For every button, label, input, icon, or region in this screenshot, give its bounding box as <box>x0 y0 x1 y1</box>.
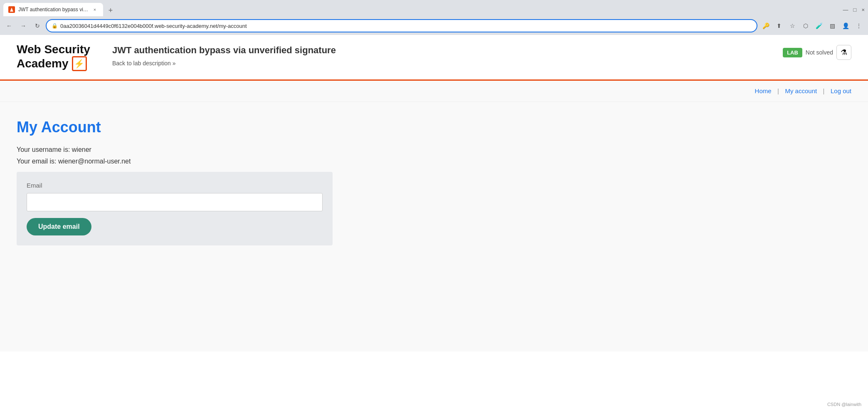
username-text: Your username is: wiener <box>17 146 851 154</box>
nav-log-out-link[interactable]: Log out <box>831 87 851 94</box>
tab-favicon <box>8 6 15 13</box>
menu-icon-button[interactable]: ⋮ <box>853 20 865 32</box>
back-arrow-icon: » <box>173 60 176 67</box>
forward-button[interactable]: → <box>17 20 29 32</box>
key-icon-button[interactable]: 🔑 <box>760 20 772 32</box>
back-link-text: Back to lab description <box>112 60 171 67</box>
lab-status: LAB Not solved ⚗ <box>783 43 851 60</box>
address-lock-icon: 🔒 <box>52 23 58 29</box>
email-form-container: Email Update email <box>17 172 333 245</box>
lab-not-solved-text: Not solved <box>806 49 833 56</box>
site-header: Web Security Academy ⚡ JWT authenticatio… <box>0 35 868 71</box>
email-text: Your email is: wiener@normal-user.net <box>17 158 851 165</box>
address-bar[interactable]: 🔒 0aa20036041d4449c0f6132e004b000f.web-s… <box>46 19 757 32</box>
close-window-button[interactable]: × <box>861 7 865 13</box>
reload-button[interactable]: ↻ <box>32 20 43 32</box>
tab-close-button[interactable]: × <box>91 6 98 13</box>
browser-titlebar: JWT authentication bypass via... × + — □… <box>0 0 868 17</box>
active-tab[interactable]: JWT authentication bypass via... × <box>3 3 103 16</box>
lab-title: JWT authentication bypass via unverified… <box>112 45 783 56</box>
flask-button[interactable]: ⚗ <box>836 45 851 60</box>
nav-sep-1: | <box>777 87 779 94</box>
bookmark-icon-button[interactable]: ☆ <box>787 20 798 32</box>
back-button[interactable]: ← <box>3 20 15 32</box>
back-to-lab-link[interactable]: Back to lab description » <box>112 60 783 67</box>
lab-badge: LAB <box>783 48 802 57</box>
browser-tabs: JWT authentication bypass via... × + <box>3 3 843 16</box>
extensions-icon-button[interactable]: ⬡ <box>800 20 811 32</box>
update-email-button[interactable]: Update email <box>27 218 91 235</box>
page-nav: Home | My account | Log out <box>0 81 868 102</box>
share-icon-button[interactable]: ⬆ <box>773 20 785 32</box>
tab-title: JWT authentication bypass via... <box>18 7 88 12</box>
window-controls: — □ × <box>843 7 865 13</box>
logo-line1: Web Security <box>17 43 100 56</box>
toolbar-actions: 🔑 ⬆ ☆ ⬡ 🧪 ▨ 👤 ⋮ <box>760 20 865 32</box>
profile-icon-button[interactable]: 👤 <box>840 20 851 32</box>
minimize-button[interactable]: — <box>843 7 848 13</box>
email-input[interactable] <box>27 193 323 211</box>
logo-icon: ⚡ <box>72 56 87 71</box>
browser-toolbar: ← → ↻ 🔒 0aa20036041d4449c0f6132e004b000f… <box>0 17 868 35</box>
page-content: Web Security Academy ⚡ JWT authenticatio… <box>0 35 868 411</box>
nav-sep-2: | <box>823 87 825 94</box>
nav-my-account-link[interactable]: My account <box>785 87 817 94</box>
email-form-label: Email <box>27 182 323 189</box>
logo-container: Web Security Academy ⚡ <box>17 43 100 71</box>
logo-line2: Academy <box>17 57 69 70</box>
maximize-button[interactable]: □ <box>853 7 857 13</box>
main-content: My Account Your username is: wiener Your… <box>0 102 868 352</box>
nav-home-link[interactable]: Home <box>755 87 772 94</box>
lab-info: JWT authentication bypass via unverified… <box>112 43 783 67</box>
logo-sub: Academy ⚡ <box>17 56 100 71</box>
footer-credit: CSDN @lainwith <box>827 402 861 407</box>
new-tab-button[interactable]: + <box>105 5 116 16</box>
split-icon-button[interactable]: ▨ <box>826 20 838 32</box>
lab-icon-button[interactable]: 🧪 <box>813 20 825 32</box>
address-url: 0aa20036041d4449c0f6132e004b000f.web-sec… <box>60 23 752 29</box>
browser-chrome: JWT authentication bypass via... × + — □… <box>0 0 868 35</box>
page-title: My Account <box>17 119 851 136</box>
